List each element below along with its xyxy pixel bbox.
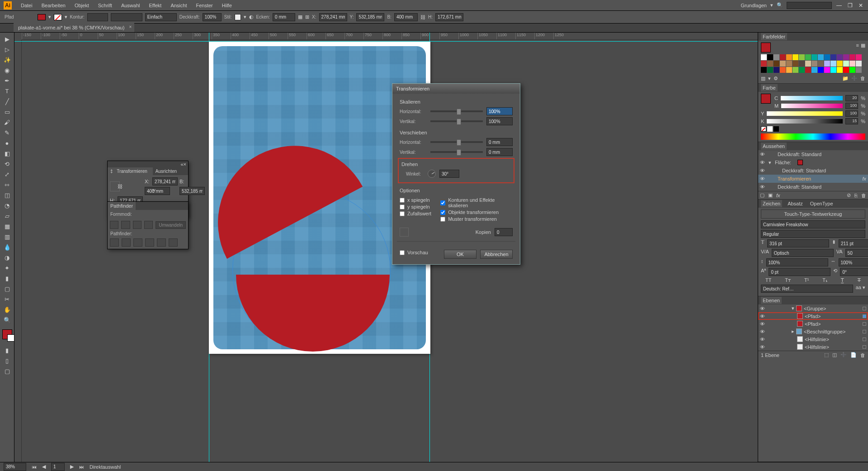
white-swatch[interactable] [767,126,773,132]
symbol-tool-icon[interactable]: ✦ [2,263,13,273]
swatches-tab[interactable]: Farbfelder [761,33,787,40]
baseline-input[interactable] [769,268,830,276]
char-rotate-input[interactable] [840,268,868,276]
draw-mode-icon[interactable]: ▯ [2,356,13,366]
selection-tool-icon[interactable]: ▶ [2,34,13,44]
lasso-tool-icon[interactable]: ◉ [2,66,13,75]
intersect-icon[interactable] [133,221,142,229]
eye-icon[interactable]: 👁 [760,168,765,173]
y-mirror-checkbox[interactable]: y spiegeln [400,204,431,209]
eyedropper-tool-icon[interactable]: 💧 [2,243,13,252]
paragraph-tab[interactable]: Absatz [786,200,805,207]
artboard-tool-icon[interactable]: ▢ [2,284,13,294]
hscale-input[interactable] [839,258,868,266]
tab-close-icon[interactable]: × [129,24,132,29]
ref-point-icon[interactable] [400,228,409,237]
align-tab[interactable]: Ausrichten [153,167,179,175]
tracking-input[interactable] [845,249,868,257]
opacity-input[interactable] [203,13,222,21]
maximize-icon[interactable]: ❐ [846,3,854,8]
v-scale-slider[interactable] [430,120,483,122]
menu-objekt[interactable]: Objekt [70,3,94,8]
divide-icon[interactable] [110,238,119,247]
h-scale-input[interactable] [486,107,513,115]
exclude-icon[interactable] [144,221,153,229]
free-transform-tool-icon[interactable]: ◫ [2,190,13,200]
cancel-button[interactable]: Abbrechen [480,250,513,259]
unite-icon[interactable] [110,221,118,229]
ok-button[interactable]: OK [444,250,476,259]
crop-icon[interactable] [145,238,154,247]
duplicate-icon[interactable]: ⎘ [854,193,858,198]
perspective-tool-icon[interactable]: ▱ [2,211,13,221]
blob-brush-tool-icon[interactable]: ● [2,138,13,148]
c-input[interactable]: 20 [845,95,858,101]
menu-effekt[interactable]: Effekt [144,3,166,8]
layer-item[interactable]: <Gruppe> [804,306,826,311]
mesh-tool-icon[interactable]: ▦ [2,222,13,231]
eye-icon[interactable]: 👁 [760,160,765,165]
v-move-slider[interactable] [430,151,483,153]
workspace-switcher[interactable]: Grundlagen [741,3,767,8]
artboard-nav-last-icon[interactable]: ⏭ [79,464,84,470]
k-input[interactable]: 15 [845,118,858,124]
add-fill-icon[interactable]: ▣ [768,192,773,198]
graph-tool-icon[interactable]: ▮ [2,274,13,283]
screen-mode-icon[interactable]: ▢ [2,366,13,376]
font-size-input[interactable] [767,239,829,247]
swatch-grid-view-icon[interactable]: ▦ [861,43,865,52]
color-mode-icon[interactable]: ▮ [2,346,13,355]
panel-x-input[interactable] [152,177,178,186]
menu-schrift[interactable]: Schrift [94,3,117,8]
strikethrough-icon[interactable]: T̶ [858,277,861,283]
eye-icon[interactable]: 👁 [760,184,765,190]
minus-back-icon[interactable] [169,238,178,247]
angle-dial-icon[interactable] [428,170,436,178]
stroke-profile-input[interactable] [111,13,142,21]
underline-icon[interactable]: T̲ [841,277,844,283]
menu-datei[interactable]: Datei [16,3,37,8]
direct-selection-tool-icon[interactable]: ▷ [2,45,13,54]
minimize-icon[interactable]: — [835,3,843,8]
menu-hilfe[interactable]: Hilfe [217,3,236,8]
minus-front-icon[interactable] [121,221,130,229]
add-stroke-icon[interactable]: ▢ [760,192,764,198]
transform-tab[interactable]: ‡ Transformieren [108,167,153,175]
eye-icon[interactable]: 👁 [759,329,765,334]
h-input[interactable] [435,13,463,21]
h-move-input[interactable] [486,138,513,146]
vscale-input[interactable] [766,258,828,266]
hand-tool-icon[interactable]: ✋ [2,305,13,314]
menu-bearbeiten[interactable]: Bearbeiten [37,3,70,8]
eye-icon[interactable]: 👁 [759,321,765,327]
smallcaps-icon[interactable]: Tᴛ [785,277,791,283]
trim-icon[interactable] [122,238,131,247]
superscript-icon[interactable]: T¹ [804,277,809,283]
artboard-nav-first-icon[interactable]: ⏮ [32,464,37,470]
merge-icon[interactable] [133,238,142,247]
shape-path-bottom[interactable] [236,275,390,352]
color-tab[interactable]: Farbe [761,84,778,91]
swatch-grid[interactable] [761,54,865,73]
eye-icon[interactable]: 👁 [759,306,765,311]
font-style-input[interactable] [761,230,865,238]
allcaps-icon[interactable]: TT [765,277,771,283]
w-input[interactable] [394,13,418,21]
swatch-options-icon[interactable]: ⚙ [774,76,778,81]
layer-item[interactable]: <Pfad> [805,321,821,327]
panel-close-icon[interactable]: × [184,162,186,167]
blend-tool-icon[interactable]: ◑ [2,253,13,262]
y-input[interactable]: 100 [845,110,858,117]
close-icon[interactable]: ✕ [857,3,864,8]
h-move-slider[interactable] [430,141,483,143]
appearance-tab[interactable]: Aussehen [761,143,787,150]
style-swatch[interactable] [235,14,241,20]
artboard-nav-prev-icon[interactable]: ◀ [42,464,46,470]
rectangle-tool-icon[interactable]: ▭ [2,107,13,117]
delete-layer-icon[interactable]: 🗑 [860,352,865,358]
menu-auswahl[interactable]: Auswahl [117,3,145,8]
search-input[interactable] [787,2,832,9]
opentype-tab[interactable]: OpenType [808,200,835,207]
menu-fenster[interactable]: Fenster [191,3,217,8]
pathfinder-tab[interactable]: Pathfinder [108,202,136,210]
